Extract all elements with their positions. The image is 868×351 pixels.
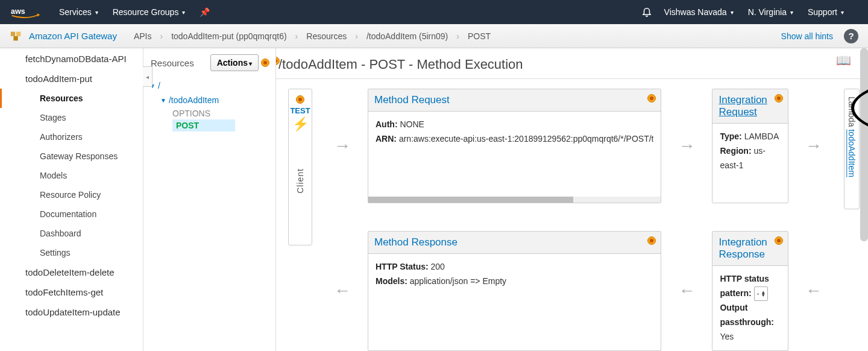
sidebar-dashboard[interactable]: Dashboard bbox=[0, 224, 143, 243]
chevron-right-icon: › bbox=[295, 31, 298, 41]
help-icon[interactable]: ? bbox=[844, 29, 858, 43]
api-item[interactable]: todoFetchItems-get bbox=[0, 282, 143, 302]
api-item[interactable]: todoUpdateItem-update bbox=[0, 302, 143, 322]
method-response-card: Method Response HTTP Status: 200 Models:… bbox=[368, 231, 661, 351]
sidebar-settings[interactable]: Settings bbox=[0, 243, 143, 262]
method-response-link[interactable]: Method Response bbox=[374, 236, 458, 248]
method-request-card: Method Request Auth: NONE ARN: arn:aws:e… bbox=[368, 89, 661, 203]
sidebar-models[interactable]: Models bbox=[0, 166, 143, 185]
test-link[interactable]: TEST bbox=[290, 106, 310, 115]
region-menu[interactable]: N. Virginia▾ bbox=[748, 7, 793, 17]
hint-dot-icon[interactable] bbox=[261, 58, 269, 67]
horizontal-scrollbar[interactable] bbox=[368, 197, 661, 203]
resource-tree-panel: ◂ Resources Actions▾ ▼/ ▼/todoAddItem OP… bbox=[143, 48, 276, 351]
sidebar-documentation[interactable]: Documentation bbox=[0, 204, 143, 224]
arrow-left-icon bbox=[324, 231, 360, 351]
svg-rect-1 bbox=[11, 31, 15, 36]
auth-value: NONE bbox=[400, 119, 424, 129]
status-pattern-select[interactable]: -▴▾ bbox=[754, 286, 768, 301]
chevron-down-icon: ▾ bbox=[841, 9, 844, 16]
user-menu[interactable]: Vishwas Navada▾ bbox=[664, 7, 734, 17]
documentation-icon[interactable]: 📖 bbox=[836, 53, 851, 68]
integration-response-link[interactable]: Integration Response bbox=[719, 236, 767, 261]
chevron-down-icon: ▾ bbox=[182, 9, 185, 16]
models-value: application/json => Empty bbox=[410, 276, 506, 286]
tree-method-options[interactable]: OPTIONS bbox=[172, 109, 210, 118]
arrow-left-icon bbox=[796, 231, 832, 351]
http-status-value: 200 bbox=[431, 262, 445, 271]
method-request-link[interactable]: Method Request bbox=[374, 94, 450, 106]
aws-logo[interactable]: aws bbox=[10, 6, 42, 18]
integration-request-card: Integration Request Type: LAMBDA Region:… bbox=[712, 89, 788, 203]
sidebar-resources[interactable]: Resources bbox=[0, 89, 143, 108]
page-title: /todoAddItem - POST - Method Execution bbox=[276, 48, 868, 78]
service-home-link[interactable]: Amazon API Gateway bbox=[29, 31, 117, 41]
arrow-right-icon bbox=[668, 89, 705, 203]
sidebar-resource-policy[interactable]: Resource Policy bbox=[0, 185, 143, 204]
chevron-up-down-icon: ▴▾ bbox=[762, 291, 765, 297]
services-menu[interactable]: Services▾ bbox=[59, 7, 98, 17]
chevron-down-icon: ▾ bbox=[790, 9, 793, 16]
collapse-tab[interactable]: ◂ bbox=[143, 66, 153, 87]
crumb-resource-path[interactable]: /todoAddItem (5irn09) bbox=[366, 31, 448, 41]
chevron-right-icon: › bbox=[355, 31, 358, 41]
caret-down-icon: ▼ bbox=[160, 97, 166, 104]
resource-tree: ▼/ ▼/todoAddItem OPTIONS POST bbox=[143, 75, 275, 135]
chevron-down-icon: ▾ bbox=[731, 9, 734, 16]
arrow-left-icon bbox=[668, 231, 705, 351]
breadcrumb-bar: Amazon API Gateway APIs › todoAddItem-pu… bbox=[0, 24, 868, 48]
api-item[interactable]: todoDeleteItem-delete bbox=[0, 262, 143, 282]
arn-value: arn:aws:execute-api:us-east-1:2018991295… bbox=[399, 134, 654, 144]
tree-resource[interactable]: ▼/todoAddItem bbox=[149, 93, 269, 107]
svg-text:aws: aws bbox=[11, 7, 25, 16]
client-box: TEST ⚡ Client bbox=[288, 89, 312, 245]
lambda-box: Lambda todoAddItem bbox=[844, 89, 860, 209]
api-item-current[interactable]: todoAddItem-put bbox=[0, 69, 143, 89]
lambda-function-link[interactable]: todoAddItem bbox=[847, 129, 857, 177]
service-icon bbox=[10, 30, 23, 43]
sidebar-gateway-responses[interactable]: Gateway Responses bbox=[0, 147, 143, 166]
crumb-apis[interactable]: APIs bbox=[134, 31, 152, 41]
vertical-scrollbar[interactable] bbox=[860, 48, 868, 241]
lightning-icon[interactable]: ⚡ bbox=[292, 116, 309, 132]
client-label: Client bbox=[295, 168, 305, 194]
actions-button[interactable]: Actions▾ bbox=[210, 54, 259, 71]
chevron-right-icon: › bbox=[456, 31, 459, 41]
crumb-method[interactable]: POST bbox=[468, 31, 491, 41]
hint-dot-icon[interactable] bbox=[775, 94, 783, 103]
passthrough-value: Yes bbox=[720, 332, 734, 341]
resource-groups-menu[interactable]: Resource Groups▾ bbox=[113, 7, 186, 17]
svg-rect-3 bbox=[13, 36, 17, 40]
lambda-label: Lambda todoAddItem bbox=[847, 96, 857, 177]
pin-icon[interactable]: 📌 bbox=[200, 7, 210, 17]
arrow-right-icon bbox=[796, 89, 832, 203]
caret-down-icon: ▾ bbox=[249, 60, 252, 67]
bell-icon[interactable] bbox=[641, 6, 652, 19]
hint-dot-icon[interactable] bbox=[775, 236, 783, 245]
method-execution-content: /todoAddItem - POST - Method Execution 📖… bbox=[276, 48, 868, 351]
show-all-hints-link[interactable]: Show all hints bbox=[781, 31, 833, 41]
tree-method-post[interactable]: POST bbox=[172, 119, 235, 131]
svg-rect-2 bbox=[16, 31, 20, 36]
crumb-api-name[interactable]: todoAddItem-put (pp0qmqrqt6) bbox=[171, 31, 286, 41]
arrow-right-icon bbox=[324, 89, 360, 203]
type-value: LAMBDA bbox=[744, 131, 779, 141]
hint-dot-icon[interactable] bbox=[647, 236, 656, 245]
integration-request-link[interactable]: Integration Request bbox=[719, 94, 767, 118]
api-sidebar[interactable]: fetchDynamoDBdata-API todoAddItem-put Re… bbox=[0, 48, 143, 351]
chevron-right-icon: › bbox=[160, 31, 163, 41]
resources-heading: Resources bbox=[151, 58, 210, 68]
chevron-down-icon: ▾ bbox=[95, 9, 98, 16]
hint-dot-icon[interactable] bbox=[296, 95, 304, 104]
sidebar-authorizers[interactable]: Authorizers bbox=[0, 127, 143, 147]
crumb-resources[interactable]: Resources bbox=[306, 31, 347, 41]
hint-dot-icon[interactable] bbox=[647, 94, 656, 103]
integration-response-card: Integration Response HTTP status pattern… bbox=[712, 231, 788, 351]
sidebar-stages[interactable]: Stages bbox=[0, 108, 143, 127]
global-nav: aws Services▾ Resource Groups▾ 📌 Vishwas… bbox=[0, 0, 868, 24]
api-item-truncated[interactable]: fetchDynamoDBdata-API bbox=[0, 49, 143, 69]
tree-root[interactable]: ▼/ bbox=[149, 78, 269, 93]
support-menu[interactable]: Support▾ bbox=[808, 7, 844, 17]
